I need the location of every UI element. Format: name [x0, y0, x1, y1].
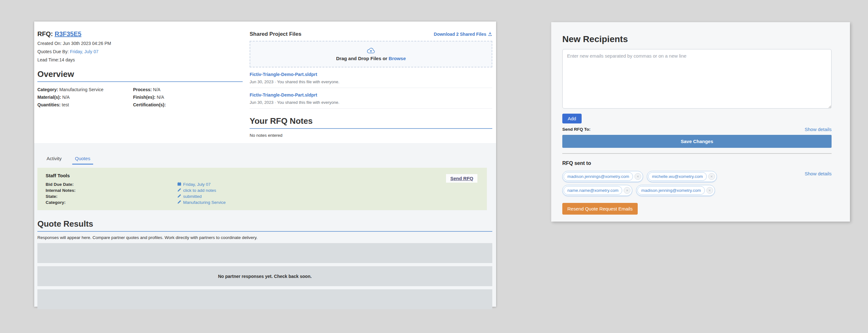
shared-files-title: Shared Project Files: [250, 31, 301, 37]
cloud-upload-icon: [367, 47, 375, 55]
staff-tools-panel: Staff Tools Bid Due Date: Friday, July 0…: [37, 168, 487, 210]
shared-file-link[interactable]: Fictiv-Triangle-Demo-Part.sldprt: [250, 72, 317, 77]
overview-field-process: Process: N/A: [133, 87, 243, 92]
shared-file-row: Fictiv-Triangle-Demo-Part.sldprt Jun 30,…: [250, 67, 492, 88]
rfq-upper-section: RFQ: R3F35E5 Created On: Jun 30th 2023 0…: [34, 22, 496, 143]
tab-bar: Activity Quotes: [34, 143, 496, 165]
bid-due-date-value[interactable]: Friday, July 07: [177, 182, 211, 187]
rfq-label: RFQ:: [37, 30, 53, 37]
rfq-sent-to-label: RFQ sent to: [562, 161, 832, 166]
overview-field-finishes: Finish(es): N/A: [133, 95, 243, 100]
quote-placeholder-row: [37, 243, 492, 263]
created-on-value: Jun 30th 2023 04:26 PM: [63, 41, 111, 46]
rfq-lower-section: Activity Quotes Staff Tools Bid Due Date…: [34, 143, 496, 307]
rfq-id-line: RFQ: R3F35E5: [37, 30, 243, 38]
quote-results-section: Quote Results Responses will appear here…: [37, 219, 492, 309]
shared-files-header: Shared Project Files Download 2 Shared F…: [250, 31, 492, 37]
send-rfq-to-row: Send RFQ To: Show details: [562, 127, 832, 132]
pencil-icon: [177, 188, 181, 193]
shared-files-column: Shared Project Files Download 2 Shared F…: [250, 29, 492, 143]
lead-time-line: Lead Time:14 days: [37, 57, 243, 62]
calendar-icon: [177, 182, 181, 187]
tab-quotes[interactable]: Quotes: [72, 156, 93, 165]
staff-row-bid-due-date: Bid Due Date: Friday, July 07: [45, 182, 479, 187]
send-rfq-link[interactable]: Send RFQ: [446, 174, 477, 182]
remove-recipient-icon[interactable]: ×: [624, 187, 630, 194]
no-responses-message: No partner responses yet. Check back soo…: [218, 274, 312, 279]
staff-row-category: Category: Manufacturing Service: [45, 200, 479, 205]
overview-field-certifications: Certification(s):: [133, 102, 243, 107]
recipient-chip: madison.jenning@xometry.com ×: [636, 185, 715, 196]
lead-time-label: Lead Time:: [37, 57, 59, 62]
overview-title: Overview: [37, 69, 243, 82]
shared-file-link[interactable]: Fictiv-Triangle-Demo-Part.sldprt: [250, 93, 317, 98]
staff-row-state: State: submitted: [45, 194, 479, 199]
quote-placeholder-row: [37, 289, 492, 309]
dropzone-text: Drag and Drop Files or Browse: [336, 56, 406, 61]
remove-recipient-icon[interactable]: ×: [634, 173, 641, 180]
recipient-email: madison.jennings@xometry.com: [564, 172, 633, 181]
recipient-chip: michelle.wu@xometry.com ×: [647, 171, 717, 182]
new-recipients-title: New Recipients: [562, 34, 832, 44]
recipient-chips: madison.jennings@xometry.com × michelle.…: [562, 171, 746, 196]
internal-notes-value[interactable]: click to add notes: [177, 188, 216, 193]
overview-fields: Category: Manufacturing Service Process:…: [37, 87, 243, 107]
lead-time-value: 14 days: [59, 57, 75, 62]
new-recipients-panel: New Recipients Add Send RFQ To: Show det…: [551, 22, 850, 222]
quote-empty-row: No partner responses yet. Check back soo…: [37, 266, 492, 286]
overview-field-materials: Material(s): N/A: [37, 95, 133, 100]
remove-recipient-icon[interactable]: ×: [707, 187, 713, 194]
created-on-label: Created On:: [37, 41, 61, 46]
quote-results-title: Quote Results: [37, 219, 492, 232]
remove-recipient-icon[interactable]: ×: [708, 173, 715, 180]
rfq-sent-to-region: madison.jennings@xometry.com × michelle.…: [562, 171, 832, 196]
rfq-notes-empty-text: No notes entered: [250, 133, 492, 138]
staff-row-internal-notes: Internal Notes: click to add notes: [45, 188, 479, 193]
shared-file-row: Fictiv-Triangle-Demo-Part.sldprt Jun 30,…: [250, 88, 492, 108]
recipient-email: name.name@xometry.com: [564, 186, 622, 195]
show-details-link-bottom[interactable]: Show details: [805, 171, 832, 176]
overview-field-category: Category: Manufacturing Service: [37, 87, 133, 92]
category-value[interactable]: Manufacturing Service: [177, 200, 225, 205]
recipient-email: madison.jenning@xometry.com: [638, 186, 705, 195]
show-details-link-top[interactable]: Show details: [805, 127, 832, 132]
rfq-detail-panel: RFQ: R3F35E5 Created On: Jun 30th 2023 0…: [34, 22, 496, 307]
download-shared-files-link[interactable]: Download 2 Shared Files: [434, 32, 492, 37]
quote-results-description: Responses will appear here. Compare part…: [37, 235, 492, 240]
quotes-due-label: Quotes Due By:: [37, 49, 69, 54]
rfq-id-link[interactable]: R3F35E5: [55, 30, 82, 37]
save-changes-button[interactable]: Save Changes: [562, 135, 832, 148]
recipient-chip: name.name@xometry.com ×: [562, 185, 632, 196]
rfq-info-column: RFQ: R3F35E5 Created On: Jun 30th 2023 0…: [37, 29, 243, 143]
file-dropzone[interactable]: Drag and Drop Files or Browse: [250, 41, 492, 67]
divider: [562, 153, 832, 154]
staff-tools-rows: Bid Due Date: Friday, July 07 Internal N…: [45, 182, 479, 205]
send-rfq-to-label: Send RFQ To:: [562, 127, 590, 132]
pencil-icon: [177, 194, 181, 199]
resend-quote-request-emails-button[interactable]: Resend Quote Request Emails: [562, 203, 638, 214]
download-icon: [488, 32, 492, 37]
pencil-icon: [177, 200, 181, 205]
shared-file-meta: Jun 30, 2023 · You shared this file with…: [250, 79, 492, 84]
recipient-email: michelle.wu@xometry.com: [648, 172, 707, 181]
recipient-chip: madison.jennings@xometry.com ×: [562, 171, 643, 182]
quotes-due-line: Quotes Due By: Friday, July 07: [37, 49, 243, 54]
created-on-line: Created On: Jun 30th 2023 04:26 PM: [37, 41, 243, 46]
quotes-due-value: Friday, July 07: [70, 49, 98, 54]
state-value[interactable]: submitted: [177, 194, 202, 199]
tab-activity[interactable]: Activity: [44, 156, 65, 165]
new-emails-input[interactable]: [562, 49, 832, 108]
browse-link[interactable]: Browse: [389, 56, 406, 61]
shared-file-meta: Jun 30, 2023 · You shared this file with…: [250, 100, 492, 105]
overview-field-quantities: Quantities: test: [37, 102, 133, 107]
add-button[interactable]: Add: [562, 114, 582, 124]
staff-tools-title: Staff Tools: [45, 173, 479, 178]
rfq-notes-title: Your RFQ Notes: [250, 116, 492, 129]
